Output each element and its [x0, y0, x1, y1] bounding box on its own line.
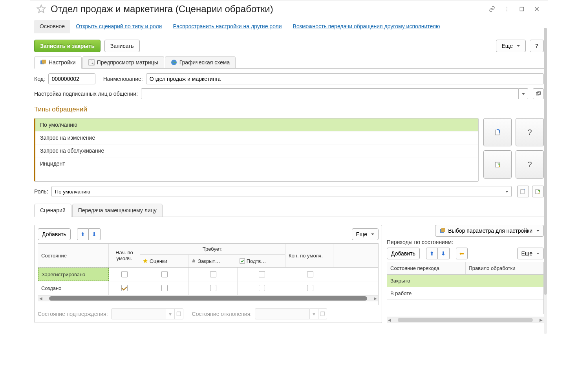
subcol-closing[interactable]: Закрыт…: [188, 255, 237, 267]
scenario-add-button[interactable]: Добавить: [38, 228, 71, 240]
code-input[interactable]: [48, 73, 95, 84]
signed-open-icon[interactable]: [533, 88, 544, 99]
types-list[interactable]: По умолчанию Запрос на изменение Запрос …: [34, 118, 479, 182]
type-item-incident[interactable]: Инцидент: [35, 157, 478, 170]
types-help-1[interactable]: ?: [516, 118, 544, 146]
transitions-back[interactable]: ⬅: [456, 248, 468, 259]
types-copy-button[interactable]: [483, 118, 512, 146]
signed-label: Настройка подписанных лиц в общении:: [34, 91, 138, 97]
svg-rect-22: [521, 190, 524, 194]
maximize-icon[interactable]: [516, 4, 527, 15]
kebab-menu-icon[interactable]: [501, 4, 512, 15]
tab-graphic[interactable]: Графическая схема: [165, 56, 236, 68]
table-row[interactable]: Закрыто: [387, 275, 543, 287]
param-select-button[interactable]: Выбор параметра для настройки: [435, 225, 544, 237]
help-button[interactable]: ?: [530, 40, 544, 52]
svg-rect-4: [520, 7, 523, 11]
checkbox[interactable]: [161, 285, 168, 291]
copy-green-icon: [494, 161, 501, 168]
transitions-title: Переходы по состояниям:: [387, 239, 544, 245]
role-copy-green-button[interactable]: [532, 186, 544, 197]
transitions-move-down[interactable]: ⬇: [438, 248, 450, 259]
nav-spread-settings[interactable]: Распространить настройки на другие роли: [167, 20, 287, 33]
confirm-state-label: Состояние подтверждения:: [38, 311, 108, 317]
types-copy-green-button[interactable]: [483, 150, 512, 179]
name-input[interactable]: [146, 73, 544, 84]
svg-marker-17: [499, 129, 500, 130]
type-item-service-request[interactable]: Запрос на обслуживание: [35, 144, 478, 157]
types-help-2[interactable]: ?: [516, 150, 544, 179]
checkbox[interactable]: [210, 285, 216, 291]
svg-marker-0: [37, 5, 45, 13]
transitions-move-up[interactable]: ⬆: [426, 248, 438, 259]
tab-settings[interactable]: Настройки: [34, 56, 82, 69]
star-icon: [143, 258, 148, 264]
signed-input[interactable]: [141, 88, 519, 99]
role-dropdown-icon[interactable]: [502, 186, 512, 197]
favorite-star-icon[interactable]: [36, 4, 47, 15]
role-input[interactable]: [51, 186, 502, 197]
scenario-grid[interactable]: Состояние Нач. по умолч. Требует: Оценки: [38, 243, 379, 305]
close-icon[interactable]: [531, 4, 542, 15]
subcol-confirm[interactable]: Подтв…: [237, 255, 285, 267]
checkbox[interactable]: [121, 285, 128, 291]
copy-blue-icon: [494, 129, 501, 136]
tcol-state[interactable]: Состояние перехода: [387, 262, 466, 274]
types-section-title: Типы обращений: [34, 106, 544, 113]
checkbox[interactable]: [307, 271, 313, 277]
scenario-move-down[interactable]: ⬇: [89, 228, 101, 240]
checkbox[interactable]: [121, 271, 128, 277]
reject-state-combo[interactable]: ▾❐: [255, 308, 327, 319]
col-requires: Требует:: [140, 244, 285, 255]
subcol-rating[interactable]: Оценки: [140, 255, 188, 267]
nav-open-by-type[interactable]: Открыть сценарий по типу и роли: [70, 20, 167, 33]
table-row[interactable]: Зарегистрировано: [38, 268, 378, 281]
scenario-more-button[interactable]: Еще: [352, 228, 379, 240]
type-item-change-request[interactable]: Запрос на изменение: [35, 131, 478, 144]
save-button[interactable]: Записать: [104, 40, 140, 52]
table-row[interactable]: Создано: [38, 281, 378, 295]
horizontal-scrollbar[interactable]: ◀▶: [38, 295, 378, 301]
signed-dropdown-icon[interactable]: [519, 88, 528, 99]
checkbox[interactable]: [210, 271, 216, 277]
subtab-scenario[interactable]: Сценарий: [34, 204, 71, 217]
type-item-blank: [35, 170, 478, 181]
reject-state-label: Состояние отклонения:: [192, 311, 252, 317]
globe-tab-icon: [171, 59, 177, 66]
nav-main[interactable]: Основное: [34, 20, 70, 33]
link-icon[interactable]: [487, 4, 498, 15]
right-horizontal-scrollbar[interactable]: ◀▶: [387, 317, 544, 323]
copy-green-icon: [535, 188, 541, 195]
scenario-move-up[interactable]: ⬆: [77, 228, 89, 240]
checkbox[interactable]: [307, 285, 313, 291]
col-state[interactable]: Состояние: [38, 244, 109, 267]
checkbox[interactable]: [161, 271, 168, 277]
name-label: Наименование:: [103, 76, 143, 82]
vertical-scrollbar[interactable]: [544, 28, 547, 334]
transitions-add-button[interactable]: Добавить: [387, 248, 420, 259]
subtab-transfer[interactable]: Передача замещающему лицу: [72, 204, 163, 217]
tcol-rule[interactable]: Правило обработки: [466, 262, 544, 274]
window-title: Отдел продаж и маркетинга (Сценарии обра…: [51, 4, 483, 15]
role-copy-blue-button[interactable]: [517, 186, 529, 197]
svg-line-11: [92, 63, 93, 64]
tab-preview[interactable]: Предпросмотр матрицы: [82, 56, 164, 68]
transitions-grid[interactable]: Состояние перехода Правило обработки Зак…: [387, 262, 544, 314]
settings-tab-icon: [40, 59, 46, 66]
transitions-more-button[interactable]: Еще: [517, 248, 544, 259]
checkbox[interactable]: [259, 285, 265, 291]
svg-point-3: [507, 11, 507, 11]
code-label: Код:: [34, 76, 45, 82]
tab-graphic-label: Графическая схема: [179, 59, 230, 66]
table-row[interactable]: В работе: [387, 287, 543, 300]
nav-transfer[interactable]: Возможность передачи обращения другому и…: [287, 20, 446, 33]
col-start[interactable]: Нач. по умолч.: [109, 244, 140, 267]
checkbox[interactable]: [259, 271, 265, 277]
confirm-state-combo[interactable]: ▾❐: [111, 308, 183, 319]
hand-icon: [191, 258, 196, 264]
svg-marker-23: [524, 189, 525, 190]
save-close-button[interactable]: Записать и закрыть: [34, 40, 101, 52]
col-end[interactable]: Кон. по умолч.: [285, 244, 333, 267]
more-button[interactable]: Еще: [496, 40, 526, 52]
type-item-default[interactable]: По умолчанию: [35, 119, 478, 131]
